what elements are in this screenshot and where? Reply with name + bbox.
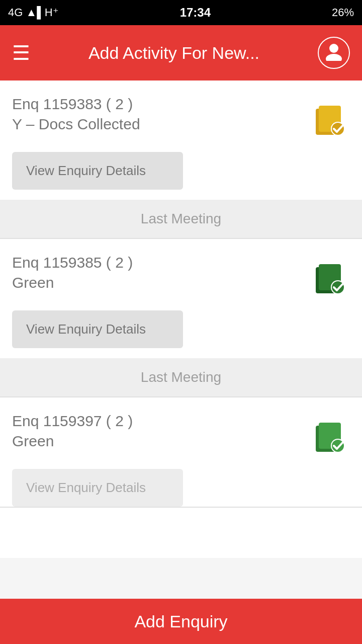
network-indicator: 4G ▲▌H⁺ [8,6,59,19]
add-enquiry-label: Add Enquiry [134,612,227,631]
app-bar-title: Add Activity For New... [30,43,318,63]
status-time: 17:34 [180,6,211,20]
enquiry-card-3: Enq 1159397 ( 2 ) Green View Enquiry Det… [0,397,362,508]
enquiry-status-3: Green [12,433,310,450]
enquiry-header-2: Enq 1159385 ( 2 ) Green [0,239,362,310]
enquiry-id-1: Enq 1159383 ( 2 ) [12,96,310,113]
avatar-icon [324,41,344,65]
enquiry-status-2: Green [12,274,310,291]
add-enquiry-bar[interactable]: Add Enquiry [0,599,362,644]
app-bar: ☰ Add Activity For New... [0,25,362,80]
enquiry-header-1: Enq 1159383 ( 2 ) Y – Docs Collected [0,80,362,152]
status-bar: 4G ▲▌H⁺ 17:34 26% [0,0,362,25]
last-meeting-2[interactable]: Last Meeting [0,358,362,396]
hamburger-icon[interactable]: ☰ [12,43,30,63]
enquiry-header-3: Enq 1159397 ( 2 ) Green [0,397,362,469]
enquiry-id-3: Enq 1159397 ( 2 ) [12,413,310,430]
svg-point-1 [326,54,342,61]
enquiry-card-2: Enq 1159385 ( 2 ) Green View Enquiry Det… [0,239,362,397]
view-enquiry-btn-2[interactable]: View Enquiry Details [12,310,183,348]
avatar[interactable] [318,37,350,69]
view-enquiry-btn-1[interactable]: View Enquiry Details [12,152,183,190]
enquiry-icon-1 [310,100,350,140]
battery-indicator: 26% [332,6,354,19]
enquiry-icon-3 [310,417,350,457]
svg-point-0 [329,44,338,53]
last-meeting-1[interactable]: Last Meeting [0,200,362,238]
enquiry-list: Enq 1159383 ( 2 ) Y – Docs Collected Vie… [0,80,362,558]
enquiry-card-1: Enq 1159383 ( 2 ) Y – Docs Collected Vie… [0,80,362,239]
status-right: 26% [332,6,354,19]
enquiry-status-1: Y – Docs Collected [12,116,310,133]
enquiry-info-1: Enq 1159383 ( 2 ) Y – Docs Collected [12,96,310,133]
view-enquiry-btn-3[interactable]: View Enquiry Details [12,469,183,507]
enquiry-info-3: Enq 1159397 ( 2 ) Green [12,413,310,450]
status-left: 4G ▲▌H⁺ [8,6,59,19]
enquiry-id-2: Enq 1159385 ( 2 ) [12,254,310,271]
enquiry-icon-2 [310,258,350,298]
enquiry-info-2: Enq 1159385 ( 2 ) Green [12,254,310,291]
